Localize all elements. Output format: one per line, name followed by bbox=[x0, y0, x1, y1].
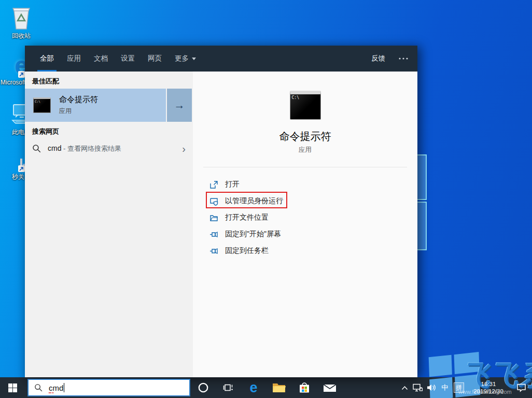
search-results-list: 最佳匹配 命令提示符 应用 → 搜索网页 cmd - 查看网络搜索结果 bbox=[25, 72, 193, 377]
best-match-item[interactable]: 命令提示符 应用 bbox=[25, 89, 166, 122]
tray-date: 2019/12/30 bbox=[473, 388, 503, 395]
action-label: 固定到"开始"屏幕 bbox=[225, 230, 281, 239]
divider bbox=[203, 167, 407, 167]
search-filter-tabs: 全部 应用 文档 设置 网页 更多 bbox=[38, 46, 198, 72]
web-search-item[interactable]: cmd - 查看网络搜索结果 › bbox=[25, 138, 193, 160]
action-label: 打开 bbox=[225, 180, 240, 189]
search-icon bbox=[32, 144, 41, 153]
cmd-terminal-icon-large bbox=[290, 91, 321, 120]
store-button[interactable] bbox=[292, 377, 317, 398]
detail-app-title: 命令提示符 bbox=[193, 130, 417, 144]
shortcut-arrow-icon bbox=[18, 165, 25, 172]
tab-apps[interactable]: 应用 bbox=[65, 46, 82, 72]
tab-documents[interactable]: 文档 bbox=[92, 46, 109, 72]
desktop-icon-recycle-bin[interactable]: 回收站 bbox=[0, 6, 43, 39]
search-panel: 全部 应用 文档 设置 网页 更多 反馈 最佳匹配 命令提示符 bbox=[25, 46, 417, 377]
best-match-subtitle: 应用 bbox=[59, 107, 98, 116]
task-view-button[interactable] bbox=[216, 377, 241, 398]
cmd-terminal-icon bbox=[33, 97, 51, 113]
web-search-hint: - 查看网络搜索结果 bbox=[61, 145, 121, 152]
expand-arrow-button[interactable]: → bbox=[167, 89, 192, 122]
tab-web[interactable]: 网页 bbox=[146, 46, 163, 72]
action-label: 固定到任务栏 bbox=[225, 246, 269, 255]
text-caret bbox=[64, 383, 64, 392]
tab-settings[interactable]: 设置 bbox=[119, 46, 136, 72]
pin-icon bbox=[209, 247, 219, 255]
desktop-icon-label: 回收站 bbox=[12, 32, 31, 39]
cortana-button[interactable] bbox=[191, 377, 216, 398]
app-window-icon bbox=[20, 162, 22, 171]
action-open[interactable]: 打开 bbox=[193, 176, 417, 193]
edge-taskbar-button[interactable]: e bbox=[241, 377, 266, 398]
chat-bubble-icon bbox=[516, 383, 526, 392]
tray-time: 16:31 bbox=[481, 380, 496, 388]
mail-button[interactable] bbox=[317, 377, 342, 398]
action-label: 打开文件位置 bbox=[225, 213, 269, 222]
edge-icon: e bbox=[249, 381, 257, 395]
system-tray: 中 拼 16:31 2019/12/30 bbox=[398, 377, 532, 398]
search-icon bbox=[34, 383, 43, 392]
highlight-box bbox=[206, 192, 287, 208]
best-match-title: 命令提示符 bbox=[59, 95, 98, 105]
file-explorer-icon bbox=[272, 382, 286, 393]
search-input-value: cmd bbox=[49, 383, 63, 392]
web-search-query: cmd bbox=[48, 144, 61, 152]
volume-icon[interactable] bbox=[424, 377, 439, 398]
result-detail-pane: 命令提示符 应用 打开 以管理员身份运行 bbox=[193, 72, 417, 377]
network-icon[interactable] bbox=[411, 377, 424, 398]
best-match-header: 最佳匹配 bbox=[32, 77, 59, 86]
more-options-icon[interactable] bbox=[399, 58, 408, 60]
ime-mode-indicator[interactable]: 拼 bbox=[451, 377, 467, 398]
recycle-bin-icon bbox=[11, 6, 32, 30]
file-explorer-button[interactable] bbox=[267, 377, 291, 398]
pin-icon bbox=[209, 230, 219, 239]
mail-icon bbox=[323, 382, 337, 393]
chevron-down-icon bbox=[192, 58, 196, 60]
taskbar: cmd e 中 bbox=[0, 377, 532, 398]
folder-icon bbox=[209, 214, 219, 222]
store-icon bbox=[298, 381, 311, 394]
action-pin-to-start[interactable]: 固定到"开始"屏幕 bbox=[193, 226, 417, 243]
open-window-icon bbox=[209, 180, 219, 189]
feedback-button[interactable]: 反馈 bbox=[371, 54, 385, 63]
tab-all[interactable]: 全部 bbox=[38, 46, 55, 72]
action-open-file-location[interactable]: 打开文件位置 bbox=[193, 209, 417, 226]
taskbar-search-input[interactable]: cmd bbox=[27, 379, 190, 396]
action-center-button[interactable] bbox=[510, 377, 532, 398]
right-arrow-icon: → bbox=[174, 99, 185, 111]
ime-lang-indicator[interactable]: 中 bbox=[439, 377, 451, 398]
shortcut-arrow-icon bbox=[18, 71, 25, 78]
clock[interactable]: 16:31 2019/12/30 bbox=[467, 377, 510, 398]
search-panel-header: 全部 应用 文档 设置 网页 更多 反馈 bbox=[25, 46, 417, 72]
windows-logo-icon bbox=[8, 383, 17, 392]
tab-more[interactable]: 更多 bbox=[173, 46, 198, 72]
action-pin-to-taskbar[interactable]: 固定到任务栏 bbox=[193, 243, 417, 259]
task-view-icon bbox=[223, 383, 233, 392]
cortana-circle-icon bbox=[198, 382, 209, 393]
detail-app-subtitle: 应用 bbox=[193, 146, 417, 154]
web-search-header: 搜索网页 bbox=[32, 127, 59, 136]
action-list: 打开 以管理员身份运行 打开文件位置 bbox=[193, 176, 417, 259]
chevron-right-icon: › bbox=[182, 144, 186, 153]
tray-expand-button[interactable] bbox=[398, 377, 411, 398]
start-button[interactable] bbox=[0, 377, 25, 398]
